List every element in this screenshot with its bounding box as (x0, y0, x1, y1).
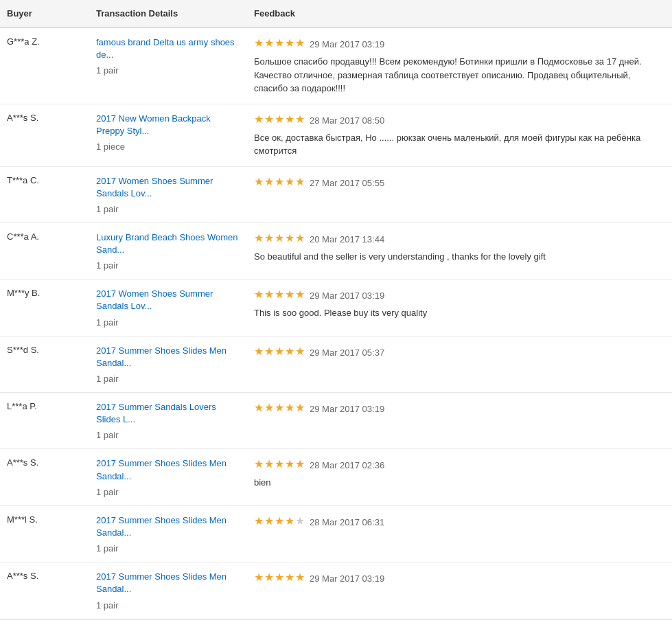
star-icon: ★ (275, 514, 284, 527)
star-rating: ★★★★★ (254, 36, 305, 49)
transaction-link[interactable]: 2017 Women Shoes Summer Sandals Lov... (96, 175, 240, 200)
table-row: L***a P.2017 Summer Sandals Lovers Slide… (0, 393, 672, 449)
feedback-text: This is soo good. Please buy its very qu… (254, 306, 665, 320)
buyer-cell: S***d S. (0, 336, 89, 392)
star-icon: ★ (254, 345, 264, 358)
star-rating: ★★★★★ (254, 175, 305, 188)
feedback-header: ★★★★★29 Mar 2017 03:19 (254, 288, 665, 304)
buyer-cell: T***a C. (0, 166, 89, 223)
star-icon: ★ (275, 113, 284, 126)
star-icon: ★ (264, 231, 274, 244)
transaction-cell: 2017 Summer Shoes Slides Men Sandal...1 … (89, 336, 247, 392)
star-icon: ★ (275, 231, 284, 244)
feedback-date: 29 Mar 2017 05:37 (310, 347, 384, 358)
table-row: S***d S.2017 Summer Shoes Slides Men San… (0, 336, 672, 392)
transaction-link[interactable]: 2017 Summer Shoes Slides Men Sandal... (96, 457, 240, 482)
star-rating: ★★★★★ (254, 231, 305, 244)
star-icon: ★ (254, 175, 264, 188)
star-rating: ★★★★★ (254, 345, 305, 358)
star-icon: ★ (264, 571, 274, 584)
transaction-cell: 2017 New Women Backpack Preppy Styl...1 … (89, 104, 247, 166)
star-icon: ★ (254, 571, 264, 584)
star-icon: ★ (285, 401, 294, 414)
feedback-date: 20 Mar 2017 13:44 (310, 234, 384, 244)
star-icon: ★ (264, 514, 274, 527)
feedback-cell: ★★★★★28 Mar 2017 02:36bien (247, 449, 672, 505)
buyer-cell: G***a Z. (0, 27, 89, 104)
star-icon: ★ (264, 401, 274, 414)
star-icon: ★ (254, 231, 264, 244)
feedback-date: 29 Mar 2017 03:19 (310, 573, 384, 584)
star-icon: ★ (275, 288, 284, 301)
star-icon: ★ (254, 113, 264, 126)
table-row: M***l S.2017 Summer Shoes Slides Men San… (0, 505, 672, 562)
feedback-header: ★★★★★28 Mar 2017 08:50 (254, 113, 665, 128)
quantity-label: 1 piece (96, 141, 125, 152)
star-icon: ★ (295, 175, 305, 188)
star-icon: ★ (264, 113, 274, 126)
transaction-link[interactable]: 2017 New Women Backpack Preppy Styl... (96, 113, 240, 137)
transaction-link[interactable]: 2017 Summer Sandals Lovers Slides L... (96, 401, 240, 426)
star-icon: ★ (285, 36, 294, 49)
quantity-label: 1 pair (96, 317, 119, 328)
star-icon: ★ (295, 571, 305, 584)
feedback-cell: ★★★★★29 Mar 2017 03:19 (247, 562, 672, 619)
reviews-table-container: Buyer Transaction Details Feedback G***a… (0, 0, 672, 627)
star-icon: ★ (295, 36, 305, 49)
star-icon: ★ (264, 288, 274, 301)
star-rating: ★★★★★ (254, 457, 305, 470)
star-icon: ★ (295, 514, 305, 527)
star-rating: ★★★★★ (254, 514, 305, 527)
quantity-label: 1 pair (96, 600, 119, 611)
buyer-cell: M***l S. (0, 505, 89, 562)
star-icon: ★ (295, 401, 305, 414)
feedback-text: So beautiful and the seller is very unde… (254, 250, 665, 264)
quantity-label: 1 pair (96, 204, 119, 214)
star-icon: ★ (295, 457, 305, 470)
transaction-link[interactable]: 2017 Summer Shoes Slides Men Sandal... (96, 571, 240, 595)
reviews-table: Buyer Transaction Details Feedback G***a… (0, 0, 672, 619)
feedback-date: 27 Mar 2017 05:55 (310, 178, 384, 188)
feedback-cell: ★★★★★29 Mar 2017 03:19Большое спасибо пр… (247, 27, 672, 104)
star-icon: ★ (285, 571, 294, 584)
buyer-cell: C***a A. (0, 223, 89, 279)
star-rating: ★★★★★ (254, 288, 305, 301)
transaction-link[interactable]: 2017 Summer Shoes Slides Men Sandal... (96, 514, 240, 539)
transaction-cell: Luxury Brand Beach Shoes Women Sand...1 … (89, 223, 247, 279)
transaction-link[interactable]: 2017 Women Shoes Summer Sandals Lov... (96, 288, 240, 312)
table-row: C***a A.Luxury Brand Beach Shoes Women S… (0, 223, 672, 279)
star-icon: ★ (264, 175, 274, 188)
star-icon: ★ (264, 457, 274, 470)
feedback-cell: ★★★★★20 Mar 2017 13:44So beautiful and t… (247, 223, 672, 279)
star-icon: ★ (254, 288, 264, 301)
transaction-cell: 2017 Women Shoes Summer Sandals Lov...1 … (89, 280, 247, 336)
star-icon: ★ (295, 345, 305, 358)
transaction-link[interactable]: 2017 Summer Shoes Slides Men Sandal... (96, 345, 240, 369)
star-icon: ★ (285, 514, 294, 527)
feedback-cell: ★★★★★28 Mar 2017 08:50Все ок, доставка б… (247, 104, 672, 166)
star-icon: ★ (275, 457, 284, 470)
star-icon: ★ (254, 401, 264, 414)
table-row: M***y B.2017 Women Shoes Summer Sandals … (0, 280, 672, 336)
quantity-label: 1 pair (96, 65, 119, 76)
star-icon: ★ (264, 345, 274, 358)
feedback-cell: ★★★★★29 Mar 2017 03:19This is soo good. … (247, 280, 672, 336)
feedback-header: ★★★★★29 Mar 2017 03:19 (254, 36, 665, 52)
table-row: A***s S.2017 New Women Backpack Preppy S… (0, 104, 672, 166)
transaction-cell: 2017 Summer Shoes Slides Men Sandal...1 … (89, 449, 247, 505)
star-icon: ★ (275, 175, 284, 188)
buyer-cell: A***s S. (0, 104, 89, 166)
feedback-cell: ★★★★★29 Mar 2017 05:37 (247, 336, 672, 392)
transaction-link[interactable]: Luxury Brand Beach Shoes Women Sand... (96, 231, 240, 256)
transaction-cell: 2017 Summer Sandals Lovers Slides L...1 … (89, 393, 247, 449)
transaction-cell: 2017 Summer Shoes Slides Men Sandal...1 … (89, 562, 247, 619)
buyer-cell: L***a P. (0, 393, 89, 449)
buyer-cell: A***s S. (0, 449, 89, 505)
feedback-text: Все ок, доставка быстрая, Но ...... рюкз… (254, 131, 665, 158)
feedback-header: ★★★★★20 Mar 2017 13:44 (254, 231, 665, 247)
star-icon: ★ (275, 345, 284, 358)
table-row: G***a Z.famous brand Delta us army shoes… (0, 27, 672, 104)
feedback-header: ★★★★★28 Mar 2017 02:36 (254, 457, 665, 473)
quantity-label: 1 pair (96, 430, 119, 440)
transaction-link[interactable]: famous brand Delta us army shoes de... (96, 36, 240, 61)
